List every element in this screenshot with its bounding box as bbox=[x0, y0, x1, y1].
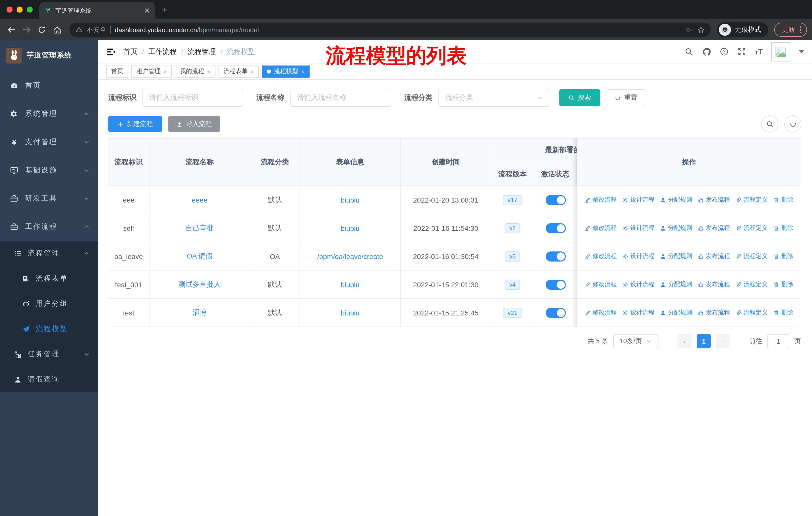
refresh-table-button[interactable] bbox=[784, 115, 802, 133]
action-gearline-link[interactable]: 设计流程 bbox=[622, 252, 655, 261]
create-process-button[interactable]: 新建流程 bbox=[108, 116, 162, 132]
bookmark-star-icon[interactable] bbox=[697, 26, 705, 33]
action-thumb-link[interactable]: 发布流程 bbox=[698, 308, 730, 317]
breadcrumb-home[interactable]: 首页 bbox=[123, 47, 138, 56]
tag-home[interactable]: 首页 bbox=[106, 65, 128, 77]
import-process-button[interactable]: 导入流程 bbox=[168, 116, 220, 132]
process-id-input[interactable]: 请输入流程标识 bbox=[142, 89, 243, 107]
kebab-menu-icon[interactable] bbox=[800, 26, 802, 33]
search-icon[interactable] bbox=[685, 47, 693, 56]
active-toggle[interactable] bbox=[546, 195, 566, 205]
action-gearline-link[interactable]: 设计流程 bbox=[622, 195, 655, 204]
version-badge[interactable]: v2 bbox=[505, 223, 520, 233]
sidebar-logo[interactable]: 芋道管理系统 bbox=[0, 43, 98, 67]
form-info-link[interactable]: biubiu bbox=[341, 196, 360, 204]
process-name-link[interactable]: 滔博 bbox=[193, 308, 207, 317]
form-info-link[interactable]: biubiu bbox=[341, 309, 360, 317]
current-page-button[interactable]: 1 bbox=[697, 334, 711, 348]
sidebar-item-infrastructure[interactable]: 基础设施 bbox=[0, 156, 98, 184]
action-clip-link[interactable]: 流程定义 bbox=[735, 280, 768, 289]
action-gearline-link[interactable]: 设计流程 bbox=[622, 280, 655, 289]
tag-tenant[interactable]: 租户管理× bbox=[132, 65, 172, 77]
back-button[interactable] bbox=[5, 23, 18, 36]
action-clip-link[interactable]: 流程定义 bbox=[735, 308, 768, 317]
close-window-button[interactable] bbox=[6, 6, 12, 12]
process-name-link[interactable]: OA 请假 bbox=[187, 252, 213, 261]
minimize-window-button[interactable] bbox=[17, 6, 23, 12]
action-trash-link[interactable]: 删除 bbox=[773, 308, 793, 317]
action-user-link[interactable]: 分配规则 bbox=[660, 195, 692, 204]
process-name-link[interactable]: 自己审批 bbox=[185, 223, 214, 233]
new-tab-button[interactable]: + bbox=[162, 4, 168, 16]
form-info-link[interactable]: /bpm/oa/leave/create bbox=[317, 252, 383, 260]
action-pencil-link[interactable]: 修改流程 bbox=[584, 280, 617, 289]
action-gearline-link[interactable]: 设计流程 bbox=[622, 224, 655, 232]
sidebar-item-task-management[interactable]: 任务管理 bbox=[0, 342, 98, 367]
action-thumb-link[interactable]: 发布流程 bbox=[698, 195, 730, 204]
tag-close-icon[interactable]: × bbox=[207, 68, 210, 74]
action-user-link[interactable]: 分配规则 bbox=[660, 224, 692, 232]
action-trash-link[interactable]: 删除 bbox=[773, 280, 793, 289]
home-button[interactable] bbox=[50, 23, 63, 36]
process-name-link[interactable]: 测试多审批人 bbox=[178, 280, 221, 289]
help-icon[interactable] bbox=[720, 47, 729, 56]
sidebar-item-process-form[interactable]: 流程表单 bbox=[0, 266, 98, 291]
action-trash-link[interactable]: 删除 bbox=[773, 252, 793, 261]
key-icon[interactable] bbox=[686, 26, 693, 33]
github-icon[interactable] bbox=[702, 47, 711, 56]
forward-button[interactable] bbox=[20, 23, 33, 36]
action-pencil-link[interactable]: 修改流程 bbox=[584, 224, 617, 232]
action-pencil-link[interactable]: 修改流程 bbox=[584, 195, 617, 204]
action-trash-link[interactable]: 删除 bbox=[773, 224, 793, 232]
process-name-link[interactable]: eeee bbox=[192, 196, 207, 204]
collapse-sidebar-icon[interactable] bbox=[106, 47, 116, 57]
maximize-window-button[interactable] bbox=[27, 6, 33, 12]
action-gearline-link[interactable]: 设计流程 bbox=[622, 308, 655, 317]
tag-close-icon[interactable]: × bbox=[251, 68, 254, 74]
sidebar-item-home[interactable]: 首页 bbox=[0, 72, 98, 100]
active-toggle[interactable] bbox=[546, 308, 566, 318]
font-size-icon[interactable]: TT bbox=[755, 48, 763, 55]
browser-update-menu-button[interactable]: 更新 bbox=[774, 23, 807, 37]
version-badge[interactable]: v4 bbox=[505, 279, 520, 290]
process-category-select[interactable]: 流程分类 bbox=[438, 89, 549, 107]
action-user-link[interactable]: 分配规则 bbox=[660, 252, 692, 261]
breadcrumb-process-management[interactable]: 流程管理 bbox=[188, 47, 216, 56]
tag-my-process[interactable]: 我的流程× bbox=[175, 65, 215, 77]
tag-process-model[interactable]: 流程模型× bbox=[262, 65, 310, 77]
action-user-link[interactable]: 分配规则 bbox=[660, 308, 692, 317]
active-toggle[interactable] bbox=[546, 279, 566, 290]
action-pencil-link[interactable]: 修改流程 bbox=[584, 252, 617, 261]
caret-down-icon[interactable] bbox=[799, 50, 804, 53]
reset-button[interactable]: 重置 bbox=[607, 89, 645, 106]
window-controls[interactable] bbox=[6, 6, 33, 12]
action-clip-link[interactable]: 流程定义 bbox=[735, 195, 768, 204]
version-badge[interactable]: v21 bbox=[503, 308, 522, 318]
avatar[interactable] bbox=[771, 42, 790, 61]
version-badge[interactable]: v5 bbox=[505, 251, 520, 261]
sidebar-item-payment[interactable]: ¥ 支付管理 bbox=[0, 128, 98, 156]
action-clip-link[interactable]: 流程定义 bbox=[735, 224, 768, 232]
tag-process-form[interactable]: 流程表单× bbox=[219, 65, 259, 77]
action-user-link[interactable]: 分配规则 bbox=[660, 280, 692, 289]
action-thumb-link[interactable]: 发布流程 bbox=[698, 252, 730, 261]
action-clip-link[interactable]: 流程定义 bbox=[735, 252, 768, 261]
page-size-select[interactable]: 10条/页 bbox=[613, 334, 659, 348]
next-page-button[interactable]: › bbox=[716, 334, 730, 348]
action-thumb-link[interactable]: 发布流程 bbox=[698, 224, 730, 232]
breadcrumb-workflow[interactable]: 工作流程 bbox=[148, 47, 177, 56]
active-toggle[interactable] bbox=[546, 251, 566, 261]
sidebar-item-dev-tools[interactable]: 研发工具 bbox=[0, 184, 98, 213]
search-button[interactable]: 搜索 bbox=[559, 89, 600, 106]
show-search-toggle-button[interactable] bbox=[761, 115, 778, 133]
tag-close-icon[interactable]: × bbox=[164, 68, 167, 74]
sidebar-item-system[interactable]: 系统管理 bbox=[0, 100, 98, 128]
sidebar-item-leave-query[interactable]: 请假查询 bbox=[0, 367, 98, 392]
active-toggle[interactable] bbox=[546, 223, 566, 233]
form-info-link[interactable]: biubiu bbox=[341, 280, 360, 289]
prev-page-button[interactable]: ‹ bbox=[677, 334, 692, 348]
sidebar-item-process-model[interactable]: 流程模型 bbox=[0, 317, 98, 342]
reload-button[interactable] bbox=[35, 23, 48, 36]
browser-tab[interactable]: 芋道管理系统 ✕ bbox=[39, 2, 155, 19]
form-info-link[interactable]: biubiu bbox=[341, 224, 360, 232]
